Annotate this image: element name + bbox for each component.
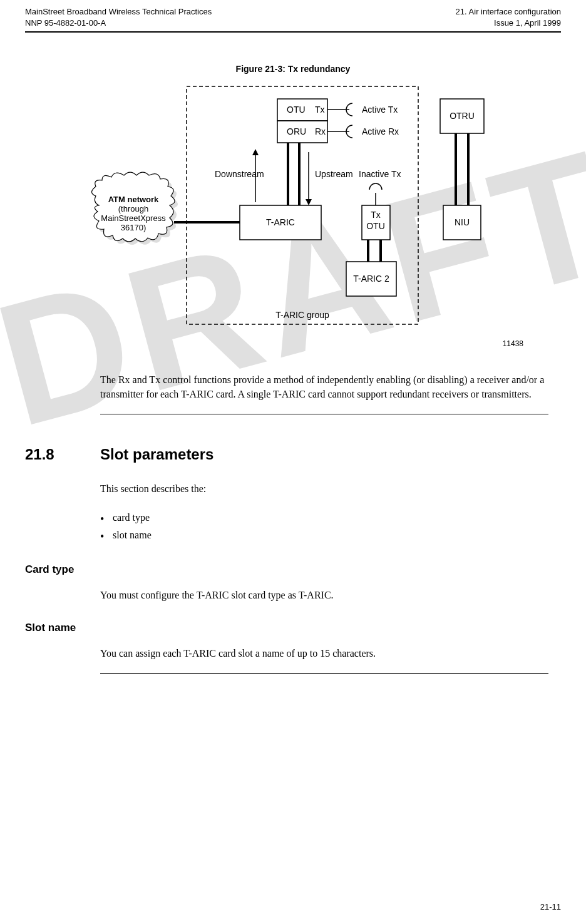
label-inactive-tx: Inactive Tx bbox=[359, 169, 401, 179]
label-atm3: MainStreetXpress bbox=[101, 213, 166, 223]
atm-cloud: ATM network (through MainStreetXpress 36… bbox=[92, 172, 178, 245]
page-header: MainStreet Broadband Wireless Technical … bbox=[25, 6, 561, 33]
label-oru: ORU bbox=[287, 126, 306, 136]
section-rule bbox=[100, 414, 548, 414]
list-item: card type bbox=[113, 509, 561, 527]
section-number: 21.8 bbox=[25, 446, 75, 463]
figure-caption: Figure 21-3: Tx redundancy bbox=[25, 64, 561, 74]
header-issue: Issue 1, April 1999 bbox=[456, 18, 561, 29]
label-otu: OTU bbox=[287, 105, 306, 115]
paragraph-rxtx: The Rx and Tx control functions provide … bbox=[100, 373, 548, 401]
label-otu2: OTU bbox=[366, 221, 385, 231]
slotname-body: You can assign each T-ARIC card slot a n… bbox=[100, 647, 548, 660]
label-atm2: (through bbox=[118, 204, 148, 213]
subsection-slotname: Slot name bbox=[25, 622, 561, 634]
figure-id: 11438 bbox=[25, 339, 523, 348]
label-taric2: T-ARIC 2 bbox=[353, 274, 389, 284]
label-atm1: ATM network bbox=[108, 195, 159, 204]
label-active-tx: Active Tx bbox=[362, 105, 398, 115]
svg-marker-7 bbox=[252, 149, 259, 155]
cardtype-body: You must configure the T-ARIC slot card … bbox=[100, 588, 548, 602]
label-upstream: Upstream bbox=[315, 169, 353, 179]
label-taric-group: T-ARIC group bbox=[275, 310, 329, 320]
intro-text: This section describes the: bbox=[100, 482, 548, 496]
figure-diagram: T-ARIC group OTU Tx ORU Rx Active Tx Act… bbox=[80, 80, 506, 331]
label-downstream: Downstream bbox=[215, 169, 264, 179]
list-item: slot name bbox=[113, 526, 561, 545]
label-otru: OTRU bbox=[450, 111, 475, 121]
label-atm4: 36170) bbox=[121, 223, 146, 232]
section-rule-2 bbox=[100, 673, 548, 674]
header-chapter: 21. Air interface configuration bbox=[456, 6, 561, 18]
section-heading: 21.8 Slot parameters bbox=[25, 446, 561, 463]
label-tx: Tx bbox=[315, 105, 325, 115]
label-taric: T-ARIC bbox=[266, 217, 295, 227]
bullet-list: card type slot name bbox=[113, 509, 561, 545]
label-tx2: Tx bbox=[371, 210, 381, 220]
header-docnum: NNP 95-4882-01-00-A bbox=[25, 18, 212, 29]
subsection-cardtype: Card type bbox=[25, 563, 561, 576]
label-niu: NIU bbox=[455, 217, 470, 227]
svg-marker-9 bbox=[306, 199, 312, 205]
label-active-rx: Active Rx bbox=[362, 126, 399, 136]
page-number: 21-11 bbox=[540, 902, 561, 911]
header-title-left: MainStreet Broadband Wireless Technical … bbox=[25, 6, 212, 18]
label-rx: Rx bbox=[315, 126, 326, 136]
section-title: Slot parameters bbox=[100, 446, 213, 463]
